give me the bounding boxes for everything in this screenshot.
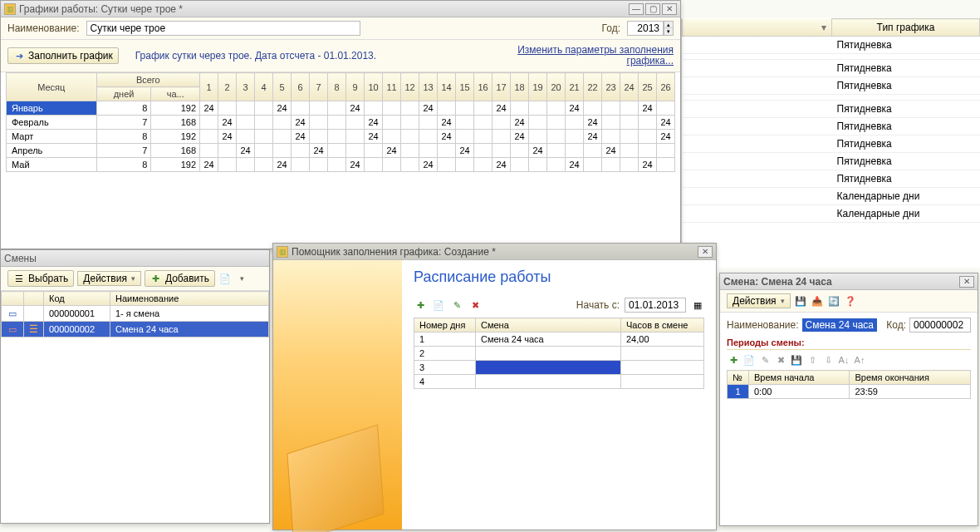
add-row-button[interactable]: ✚ <box>414 298 427 312</box>
month-row[interactable]: Февраль716824242424242424 <box>7 116 675 130</box>
type-row[interactable] <box>683 95 980 101</box>
app-icon: ▥ <box>277 246 288 258</box>
schedule-name-input[interactable] <box>86 21 360 36</box>
schedule-calendar-grid[interactable]: Месяц Всего 1234567891011121314151617181… <box>6 72 675 172</box>
month-row[interactable]: Январь819224242424242424 <box>7 101 675 116</box>
wizard-titlebar[interactable]: ▥ Помощник заполнения графика: Создание … <box>273 244 716 260</box>
sort-desc-button[interactable]: A↑ <box>853 353 866 367</box>
shift-row[interactable]: ▭0000000011- я смена <box>2 306 269 322</box>
close-button[interactable]: ✕ <box>959 276 974 288</box>
shifts-titlebar[interactable]: Смены <box>1 250 269 267</box>
refresh-button[interactable]: 🔄 <box>827 294 840 308</box>
delete-period-button[interactable]: ✖ <box>774 353 787 367</box>
wizard-day-row[interactable]: 4 <box>414 375 704 389</box>
day-header: 7 <box>310 73 328 101</box>
delete-row-button[interactable]: ✖ <box>468 298 482 312</box>
schedule-titlebar[interactable]: ▥ Графики работы: Сутки чере трое * — ▢ … <box>1 1 680 17</box>
type-row[interactable]: Пятидневка <box>683 118 980 135</box>
year-input[interactable] <box>627 21 664 36</box>
add-button[interactable]: ✚Добавить <box>145 270 215 287</box>
year-spinner[interactable]: ▴▾ <box>664 21 674 36</box>
type-row[interactable]: Пятидневка <box>683 60 980 77</box>
wizard-title: Помощник заполнения графика: Создание * <box>292 246 496 258</box>
wizard-day-row[interactable]: 2 <box>414 347 704 361</box>
edit-row-button[interactable]: ✎ <box>450 298 463 312</box>
name-label: Наименование: <box>7 22 80 34</box>
day-header: 17 <box>492 73 511 101</box>
wizard-sidebar <box>273 260 402 530</box>
app-icon: ▥ <box>4 3 16 15</box>
schedule-title: Графики работы: Сутки чере трое * <box>19 3 183 15</box>
save-button[interactable]: 💾 <box>794 294 807 308</box>
type-row[interactable]: Пятидневка <box>683 135 980 153</box>
change-params-link[interactable]: Изменить параметры заполнения графика... <box>516 45 674 66</box>
day-header: 19 <box>529 73 547 101</box>
period-row[interactable]: 10:0023:59 <box>728 385 971 399</box>
close-button[interactable]: ✕ <box>698 246 713 258</box>
help-button[interactable]: ❓ <box>844 294 857 308</box>
wizard-window: ▥ Помощник заполнения графика: Создание … <box>272 243 717 530</box>
code-input[interactable] <box>909 318 971 332</box>
edit-period-button[interactable]: ✎ <box>758 353 772 367</box>
actions-dropdown[interactable]: Действия <box>727 293 791 308</box>
save-close-button[interactable]: 📥 <box>811 294 824 308</box>
wizard-day-row[interactable]: 1Смена 24 часа24,00 <box>414 332 704 347</box>
actions-dropdown[interactable]: Действия <box>77 271 141 286</box>
type-row[interactable]: Пятидневка <box>683 153 980 170</box>
minimize-button[interactable]: — <box>629 3 644 15</box>
save-period-button[interactable]: 💾 <box>790 353 803 367</box>
shift-detail-titlebar[interactable]: Смена: Смена 24 часа ✕ <box>720 273 978 290</box>
more-button[interactable] <box>235 272 248 285</box>
select-button[interactable]: ☰Выбрать <box>7 270 74 287</box>
type-row[interactable]: Пятидневка <box>683 37 980 54</box>
sort-asc-button[interactable]: A↓ <box>837 353 850 367</box>
start-date-input[interactable] <box>625 298 686 313</box>
wizard-day-row[interactable]: 3 <box>414 361 704 375</box>
shift-row[interactable]: ▭☰000000002Смена 24 часа <box>2 322 269 337</box>
fill-schedule-button[interactable]: ➔ Заполнить график <box>7 47 119 64</box>
shift-header: Смена <box>476 318 621 332</box>
month-row[interactable]: Март819224242424242424 <box>7 130 675 144</box>
type-row[interactable]: Пятидневка <box>683 77 980 95</box>
periods-table[interactable]: № Время начала Время окончания 10:0023:5… <box>727 370 971 399</box>
schedule-types-panel: ▾ Тип графика ПятидневкаПятидневкаПятидн… <box>681 18 980 268</box>
n-header: № <box>728 371 749 385</box>
type-row[interactable]: Календарные дни <box>683 205 980 223</box>
days-header: дней <box>96 87 151 101</box>
copy-row-button[interactable]: 📄 <box>432 298 445 312</box>
type-row[interactable] <box>683 54 980 60</box>
shifts-table[interactable]: Код Наименование ▭0000000011- я смена▭☰0… <box>1 291 269 337</box>
close-button[interactable]: ✕ <box>662 3 677 15</box>
shift-detail-title: Смена: Смена 24 часа <box>723 276 832 288</box>
year-label: Год: <box>602 22 620 34</box>
copy-button[interactable]: 📄 <box>218 272 232 285</box>
code-label: Код: <box>886 319 906 331</box>
shifts-window: Смены ☰Выбрать Действия ✚Добавить 📄 Код … <box>0 249 270 524</box>
type-row[interactable]: Пятидневка <box>683 170 980 188</box>
decoration-image <box>287 425 384 532</box>
type-column-header[interactable]: Тип графика <box>832 19 980 37</box>
day-header: 10 <box>365 73 383 101</box>
month-row[interactable]: Апрель7168242424242424 <box>7 144 675 158</box>
maximize-button[interactable]: ▢ <box>645 3 660 15</box>
move-up-button[interactable]: ⇧ <box>806 353 819 367</box>
type-row[interactable]: Календарные дни <box>683 188 980 205</box>
copy-period-button[interactable]: 📄 <box>742 353 756 367</box>
shift-name-input[interactable]: Смена 24 часа <box>802 318 878 332</box>
day-header: 13 <box>419 73 438 101</box>
schedule-window: ▥ Графики работы: Сутки чере трое * — ▢ … <box>0 0 681 249</box>
month-header: Месяц <box>7 73 97 101</box>
hours-header: Часов в смене <box>621 318 704 332</box>
calendar-icon[interactable]: ▦ <box>691 298 704 312</box>
code-header: Код <box>44 292 110 306</box>
arrow-right-icon: ➔ <box>13 50 25 62</box>
day-header: 3 <box>237 73 255 101</box>
wizard-days-table[interactable]: Номер дня Смена Часов в смене 1Смена 24 … <box>414 318 704 389</box>
month-row[interactable]: Май819224242424242424 <box>7 158 675 172</box>
schedule-description: График сутки через трое. Дата отсчета - … <box>135 50 376 62</box>
end-header: Время окончания <box>850 371 971 385</box>
day-header: 25 <box>639 73 657 101</box>
move-down-button[interactable]: ⇩ <box>821 353 835 367</box>
add-period-button[interactable]: ✚ <box>727 353 740 367</box>
type-row[interactable]: Пятидневка <box>683 101 980 118</box>
